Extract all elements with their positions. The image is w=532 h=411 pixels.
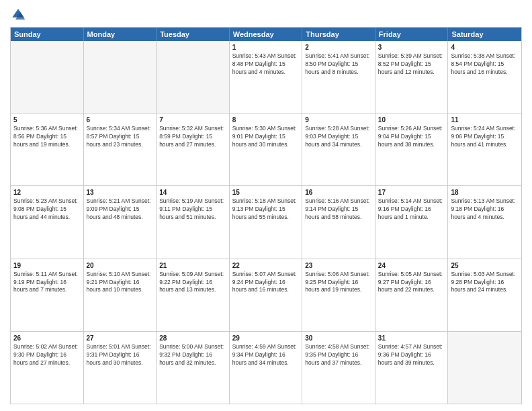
cell-info: Sunrise: 5:21 AM Sunset: 9:09 PM Dayligh… (87, 197, 154, 222)
calendar-cell: 16Sunrise: 5:16 AM Sunset: 9:14 PM Dayli… (302, 186, 375, 258)
header-day-sunday: Sunday (11, 28, 84, 41)
header-day-monday: Monday (84, 28, 157, 41)
cell-info: Sunrise: 5:34 AM Sunset: 8:57 PM Dayligh… (87, 125, 154, 149)
calendar-cell: 25Sunrise: 5:03 AM Sunset: 9:28 PM Dayli… (448, 259, 521, 331)
day-number: 12 (13, 188, 81, 197)
calendar-cell (11, 41, 84, 113)
day-number: 4 (451, 43, 519, 52)
calendar-cell: 5Sunrise: 5:36 AM Sunset: 8:56 PM Daylig… (11, 113, 84, 185)
calendar-cell: 31Sunrise: 4:57 AM Sunset: 9:36 PM Dayli… (375, 332, 449, 404)
header-day-wednesday: Wednesday (230, 28, 303, 41)
calendar-cell: 11Sunrise: 5:24 AM Sunset: 9:06 PM Dayli… (448, 113, 521, 185)
cell-info: Sunrise: 4:57 AM Sunset: 9:36 PM Dayligh… (378, 343, 445, 367)
header-day-friday: Friday (375, 28, 449, 41)
calendar-cell: 1Sunrise: 5:43 AM Sunset: 8:48 PM Daylig… (230, 41, 303, 113)
day-number: 3 (378, 43, 445, 52)
day-number: 9 (305, 116, 372, 124)
calendar-cell: 8Sunrise: 5:30 AM Sunset: 9:01 PM Daylig… (230, 113, 303, 185)
calendar-cell: 10Sunrise: 5:26 AM Sunset: 9:04 PM Dayli… (375, 113, 449, 185)
cell-info: Sunrise: 5:09 AM Sunset: 9:22 PM Dayligh… (159, 271, 226, 295)
day-number: 30 (305, 334, 372, 342)
calendar-row-4: 26Sunrise: 5:02 AM Sunset: 9:30 PM Dayli… (11, 331, 521, 404)
day-number: 2 (305, 43, 372, 52)
cell-info: Sunrise: 5:07 AM Sunset: 9:24 PM Dayligh… (232, 271, 300, 295)
calendar-cell: 15Sunrise: 5:18 AM Sunset: 9:13 PM Dayli… (230, 186, 303, 258)
day-number: 10 (378, 116, 445, 124)
day-number: 28 (159, 334, 226, 342)
day-number: 11 (451, 116, 519, 124)
calendar-cell: 29Sunrise: 4:59 AM Sunset: 9:34 PM Dayli… (230, 332, 303, 404)
calendar-cell: 26Sunrise: 5:02 AM Sunset: 9:30 PM Dayli… (11, 332, 84, 404)
cell-info: Sunrise: 5:43 AM Sunset: 8:48 PM Dayligh… (232, 52, 300, 77)
day-number: 14 (159, 188, 226, 197)
calendar-cell (448, 332, 521, 404)
cell-info: Sunrise: 5:03 AM Sunset: 9:28 PM Dayligh… (451, 271, 519, 295)
cell-info: Sunrise: 4:58 AM Sunset: 9:35 PM Dayligh… (305, 343, 372, 367)
cell-info: Sunrise: 5:10 AM Sunset: 9:21 PM Dayligh… (87, 271, 154, 295)
cell-info: Sunrise: 4:59 AM Sunset: 9:34 PM Dayligh… (232, 343, 300, 367)
cell-info: Sunrise: 5:23 AM Sunset: 9:08 PM Dayligh… (13, 197, 81, 222)
day-number: 29 (232, 334, 300, 342)
calendar-cell: 23Sunrise: 5:06 AM Sunset: 9:25 PM Dayli… (302, 259, 375, 331)
calendar-row-2: 12Sunrise: 5:23 AM Sunset: 9:08 PM Dayli… (11, 185, 521, 258)
calendar-cell: 18Sunrise: 5:13 AM Sunset: 9:18 PM Dayli… (448, 186, 521, 258)
day-number: 1 (232, 43, 300, 52)
day-number: 20 (87, 261, 154, 270)
day-number: 13 (87, 188, 154, 197)
calendar-cell: 20Sunrise: 5:10 AM Sunset: 9:21 PM Dayli… (84, 259, 157, 331)
day-number: 23 (305, 261, 372, 270)
calendar-cell: 3Sunrise: 5:39 AM Sunset: 8:52 PM Daylig… (375, 41, 449, 113)
cell-info: Sunrise: 5:14 AM Sunset: 9:16 PM Dayligh… (378, 197, 445, 222)
calendar-cell: 22Sunrise: 5:07 AM Sunset: 9:24 PM Dayli… (230, 259, 303, 331)
cell-info: Sunrise: 5:36 AM Sunset: 8:56 PM Dayligh… (13, 125, 81, 149)
day-number: 25 (451, 261, 519, 270)
calendar-cell: 12Sunrise: 5:23 AM Sunset: 9:08 PM Dayli… (11, 186, 84, 258)
cell-info: Sunrise: 5:18 AM Sunset: 9:13 PM Dayligh… (232, 197, 300, 222)
day-number: 6 (87, 116, 154, 124)
calendar-cell: 19Sunrise: 5:11 AM Sunset: 9:19 PM Dayli… (11, 259, 84, 331)
calendar-cell: 9Sunrise: 5:28 AM Sunset: 9:03 PM Daylig… (302, 113, 375, 185)
calendar-cell (84, 41, 157, 113)
calendar-cell: 6Sunrise: 5:34 AM Sunset: 8:57 PM Daylig… (84, 113, 157, 185)
day-number: 31 (378, 334, 445, 342)
calendar-row-3: 19Sunrise: 5:11 AM Sunset: 9:19 PM Dayli… (11, 259, 521, 331)
day-number: 15 (232, 188, 300, 197)
header-day-thursday: Thursday (302, 28, 375, 41)
cell-info: Sunrise: 5:02 AM Sunset: 9:30 PM Dayligh… (13, 343, 81, 367)
day-number: 18 (451, 188, 519, 197)
page: SundayMondayTuesdayWednesdayThursdayFrid… (0, 0, 532, 411)
calendar-cell: 4Sunrise: 5:38 AM Sunset: 8:54 PM Daylig… (448, 41, 521, 113)
day-number: 24 (378, 261, 445, 270)
day-number: 7 (159, 116, 226, 124)
day-number: 5 (13, 116, 81, 124)
calendar-cell: 7Sunrise: 5:32 AM Sunset: 8:59 PM Daylig… (157, 113, 230, 185)
calendar-cell: 24Sunrise: 5:05 AM Sunset: 9:27 PM Dayli… (375, 259, 449, 331)
cell-info: Sunrise: 5:26 AM Sunset: 9:04 PM Dayligh… (378, 125, 445, 149)
cell-info: Sunrise: 5:32 AM Sunset: 8:59 PM Dayligh… (159, 125, 226, 149)
cell-info: Sunrise: 5:05 AM Sunset: 9:27 PM Dayligh… (378, 271, 445, 295)
cell-info: Sunrise: 5:24 AM Sunset: 9:06 PM Dayligh… (451, 125, 519, 149)
day-number: 19 (13, 261, 81, 270)
day-number: 27 (87, 334, 154, 342)
cell-info: Sunrise: 5:19 AM Sunset: 9:11 PM Dayligh… (159, 197, 226, 222)
calendar-cell: 30Sunrise: 4:58 AM Sunset: 9:35 PM Dayli… (302, 332, 375, 404)
logo (10, 7, 29, 23)
calendar-cell: 17Sunrise: 5:14 AM Sunset: 9:16 PM Dayli… (375, 186, 449, 258)
cell-info: Sunrise: 5:28 AM Sunset: 9:03 PM Dayligh… (305, 125, 372, 149)
cell-info: Sunrise: 5:01 AM Sunset: 9:31 PM Dayligh… (87, 343, 154, 367)
day-number: 22 (232, 261, 300, 270)
calendar-cell: 2Sunrise: 5:41 AM Sunset: 8:50 PM Daylig… (302, 41, 375, 113)
day-number: 26 (13, 334, 81, 342)
calendar-cell: 28Sunrise: 5:00 AM Sunset: 9:32 PM Dayli… (157, 332, 230, 404)
day-number: 16 (305, 188, 372, 197)
cell-info: Sunrise: 5:38 AM Sunset: 8:54 PM Dayligh… (451, 52, 519, 77)
calendar-body: 1Sunrise: 5:43 AM Sunset: 8:48 PM Daylig… (11, 41, 521, 404)
header (10, 7, 522, 23)
header-day-tuesday: Tuesday (157, 28, 230, 41)
cell-info: Sunrise: 5:30 AM Sunset: 9:01 PM Dayligh… (232, 125, 300, 149)
cell-info: Sunrise: 5:39 AM Sunset: 8:52 PM Dayligh… (378, 52, 445, 77)
cell-info: Sunrise: 5:11 AM Sunset: 9:19 PM Dayligh… (13, 271, 81, 295)
calendar-cell: 21Sunrise: 5:09 AM Sunset: 9:22 PM Dayli… (157, 259, 230, 331)
cell-info: Sunrise: 5:13 AM Sunset: 9:18 PM Dayligh… (451, 197, 519, 222)
day-number: 21 (159, 261, 226, 270)
